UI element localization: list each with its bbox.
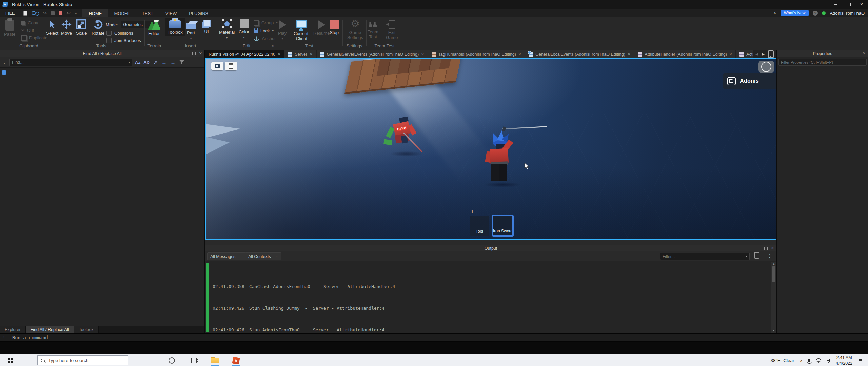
properties-header[interactable]: Properties ✕ bbox=[777, 50, 868, 57]
hotbar-slot-iron-sword[interactable]: Iron Sword bbox=[492, 215, 514, 237]
stop-button[interactable]: Stop bbox=[330, 20, 339, 35]
ribbon-tab[interactable]: VIEW bbox=[159, 9, 183, 17]
taskbar-search-input[interactable]: Type here to search bbox=[37, 355, 128, 365]
close-panel-icon[interactable]: ✕ bbox=[199, 52, 202, 55]
material-button[interactable]: Material ▾ bbox=[219, 19, 235, 39]
viewport-view-button[interactable] bbox=[211, 62, 223, 70]
document-tab[interactable]: GeneralServerEvents (AdonisFromThaO Edit… bbox=[317, 50, 428, 58]
adonis-admin-panel[interactable]: Adonis bbox=[723, 73, 776, 89]
weather-widget[interactable]: 38°F Clear bbox=[771, 358, 794, 363]
maximize-button[interactable] bbox=[842, 0, 855, 9]
cut-button[interactable]: ✂Cut bbox=[21, 27, 47, 34]
current-client-button[interactable]: Current:Client bbox=[294, 20, 310, 41]
document-tab[interactable]: Rukh's Vision @ 04 Apr 2022 02:40 ✕ bbox=[205, 50, 284, 58]
dock-tab[interactable]: Toolbox bbox=[74, 326, 99, 333]
find-results-area[interactable] bbox=[0, 68, 204, 326]
ribbon-tab[interactable]: MODEL bbox=[108, 9, 136, 17]
find-binoculars-icon[interactable] bbox=[32, 11, 36, 15]
tab-close-icon[interactable]: ✕ bbox=[729, 52, 732, 56]
log-line[interactable]: 02:41:09.426Stun AdonisFromThaO - Server… bbox=[213, 327, 770, 333]
new-file-icon[interactable] bbox=[23, 11, 27, 16]
tab-close-icon[interactable]: ✕ bbox=[310, 52, 312, 56]
select-tool-button[interactable]: Select bbox=[46, 19, 58, 36]
group-button[interactable]: Group▾ bbox=[254, 20, 278, 26]
paste-icon[interactable] bbox=[51, 11, 55, 15]
help-icon[interactable]: ? bbox=[813, 11, 818, 16]
float-panel-icon[interactable] bbox=[192, 52, 196, 55]
tab-close-icon[interactable]: ✕ bbox=[421, 52, 424, 56]
duplicate-button[interactable]: Duplicate bbox=[21, 35, 47, 41]
close-button[interactable]: ✕ bbox=[855, 0, 868, 9]
minimize-button[interactable] bbox=[829, 0, 842, 9]
output-header[interactable]: Output ✕ bbox=[205, 245, 776, 252]
game-settings-button[interactable]: ⚙ GameSettings bbox=[347, 19, 363, 40]
file-explorer-button[interactable] bbox=[208, 354, 222, 366]
volume-button[interactable] bbox=[827, 359, 830, 363]
anchor-button[interactable]: ⚓Anchor bbox=[254, 35, 278, 42]
hotbar-slot-tool[interactable]: Tool bbox=[470, 216, 489, 236]
document-tab[interactable]: GeneralLocalEvents (AdonisFromThaO Editi… bbox=[525, 50, 634, 58]
messages-filter-dropdown[interactable]: All Messages ⌄ bbox=[207, 252, 246, 260]
collisions-toggle[interactable]: Collisions bbox=[106, 30, 133, 36]
more-options-button[interactable]: ⋯ bbox=[758, 61, 774, 73]
regex-button[interactable]: .* bbox=[152, 59, 159, 66]
team-test-button[interactable]: TeamTest bbox=[368, 20, 378, 40]
tab-close-icon[interactable]: ✕ bbox=[628, 52, 630, 56]
command-input[interactable]: Run a command bbox=[12, 335, 48, 340]
toolbox-button[interactable]: Toolbox bbox=[165, 18, 185, 36]
float-panel-icon[interactable] bbox=[856, 52, 859, 55]
find-input[interactable]: Find... ▾ bbox=[9, 59, 132, 66]
join-surfaces-toggle[interactable]: Join Surfaces bbox=[106, 38, 141, 43]
scroll-up-icon[interactable]: ▲ bbox=[771, 262, 776, 265]
3d-viewport[interactable]: FRONT bbox=[205, 58, 776, 240]
viewport-notes-button[interactable] bbox=[225, 62, 237, 70]
taskbar-clock[interactable]: 2:41 AM 4/4/2022 bbox=[836, 355, 852, 366]
wifi-icon[interactable] bbox=[815, 358, 822, 363]
ui-button[interactable]: UI bbox=[202, 20, 211, 34]
find-panel-header[interactable]: Find All / Replace All ✕ bbox=[0, 50, 204, 57]
resume-button[interactable]: Resume bbox=[313, 20, 330, 36]
log-line[interactable]: 02:41:09.426Stun Clashing Dummy - Server… bbox=[213, 306, 770, 311]
rotate-tool-button[interactable]: Rotate bbox=[92, 19, 104, 36]
tab-scroll-left-icon[interactable]: ◀ bbox=[755, 52, 758, 56]
close-panel-icon[interactable]: ✕ bbox=[863, 52, 866, 55]
find-next-button[interactable]: → bbox=[170, 59, 176, 66]
color-button[interactable]: Color ▾ bbox=[239, 19, 249, 39]
start-button[interactable] bbox=[0, 354, 20, 366]
document-tab[interactable]: AttributeHandler (AdonisFromThaO Editing… bbox=[634, 50, 735, 58]
customize-toolbar-chevron-icon[interactable]: ⌄ bbox=[75, 11, 77, 15]
paste-button[interactable]: Paste bbox=[4, 20, 15, 37]
scroll-down-icon[interactable]: ▼ bbox=[771, 329, 776, 332]
redo-icon[interactable]: ↪ bbox=[43, 11, 47, 15]
filter-results-button[interactable] bbox=[178, 59, 185, 66]
copy-button[interactable]: Copy bbox=[21, 20, 47, 26]
close-panel-icon[interactable]: ✕ bbox=[771, 246, 774, 250]
tab-close-icon[interactable]: ✕ bbox=[518, 52, 521, 56]
tab-scroll-right-icon[interactable]: ▶ bbox=[762, 52, 765, 56]
whats-new-button[interactable]: What's New bbox=[781, 10, 809, 16]
contexts-filter-dropdown[interactable]: All Contexts ⌄ bbox=[245, 252, 281, 260]
roblox-studio-taskbar-button[interactable] bbox=[229, 354, 243, 366]
undo-icon[interactable]: ↩ bbox=[66, 11, 71, 15]
record-stop-icon[interactable] bbox=[59, 11, 62, 15]
scrollbar-thumb[interactable] bbox=[772, 266, 775, 282]
clear-output-trash-icon[interactable] bbox=[754, 253, 759, 259]
document-tab[interactable]: Server ✕ bbox=[284, 50, 316, 58]
document-tab[interactable]: TagHumanoid (AdonisFromThaO Editing) ✕ bbox=[428, 50, 525, 58]
tray-overflow-chevron-icon[interactable]: ∧ bbox=[800, 358, 803, 363]
expand-replace-chevron-icon[interactable]: ⌄ bbox=[1, 59, 7, 65]
ribbon-tab[interactable]: PLUGINS bbox=[183, 9, 214, 17]
collapse-ribbon-icon[interactable]: ∧ bbox=[773, 11, 776, 15]
microphone-icon[interactable] bbox=[808, 359, 810, 362]
find-previous-button[interactable]: ← bbox=[161, 59, 167, 66]
log-line[interactable]: 02:41:09.358CanClash AdonisFromThaO - Se… bbox=[213, 284, 770, 289]
output-scrollbar[interactable]: ▲ ▼ bbox=[771, 262, 776, 333]
move-tool-button[interactable]: Move bbox=[61, 19, 72, 36]
play-button[interactable]: Play ▾ bbox=[278, 20, 287, 40]
scale-tool-button[interactable]: Scale bbox=[76, 19, 87, 36]
part-button[interactable]: Part ▾ bbox=[186, 19, 196, 40]
ribbon-tab[interactable]: HOME bbox=[82, 9, 108, 17]
terrain-editor-button[interactable]: Editor bbox=[148, 20, 160, 36]
lock-button[interactable]: Lock▾ bbox=[254, 27, 278, 34]
output-log[interactable]: 02:41:09.358CanClash AdonisFromThaO - Se… bbox=[205, 261, 776, 333]
